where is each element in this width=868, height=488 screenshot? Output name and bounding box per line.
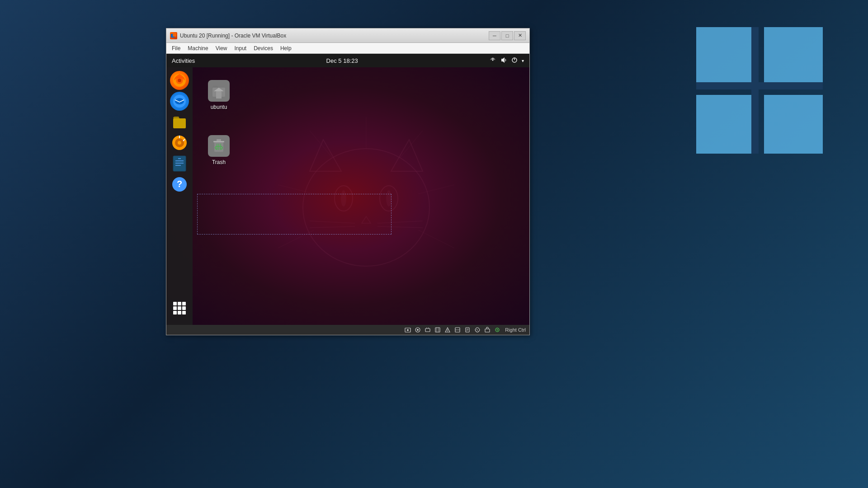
svg-point-60: [447, 331, 448, 332]
status-icon-7[interactable]: [463, 326, 472, 334]
svg-rect-52: [425, 328, 430, 332]
svg-marker-3: [501, 57, 505, 63]
svg-point-49: [407, 329, 409, 331]
svg-point-11: [341, 190, 346, 206]
grid-dot: [173, 311, 177, 314]
close-button[interactable]: ✕: [514, 31, 526, 40]
svg-line-14: [310, 221, 355, 223]
svg-line-17: [377, 226, 423, 228]
svg-rect-67: [485, 329, 490, 332]
win-pane-bl: [696, 95, 755, 154]
dock-rhythmbox[interactable]: [170, 133, 189, 152]
win-pane-br: [764, 95, 823, 154]
menu-input[interactable]: Input: [231, 44, 250, 52]
svg-point-12: [386, 190, 392, 206]
volume-icon[interactable]: [500, 56, 507, 65]
grid-dot: [178, 302, 181, 305]
ubuntu-vm-content: Activities Dec 5 18:23: [166, 54, 529, 335]
dropdown-icon[interactable]: ▾: [522, 58, 524, 63]
titlebar: Ubuntu 20 [Running] - Oracle VM VirtualB…: [166, 28, 529, 43]
win-gap-h: [696, 82, 823, 89]
topbar-right-icons: ▾: [489, 56, 524, 65]
grid-dot: [182, 311, 186, 314]
svg-line-23: [278, 185, 314, 194]
svg-line-20: [418, 185, 454, 194]
ubuntu-statusbar: Right Ctrl: [166, 325, 529, 335]
svg-text:?: ?: [177, 179, 182, 189]
ubuntu-clock: Dec 5 18:23: [326, 57, 358, 64]
right-ctrl-label: Right Ctrl: [505, 327, 526, 333]
win-pane-tr: [764, 27, 823, 86]
show-all-apps-button[interactable]: [170, 299, 189, 318]
win-gap-v: [751, 27, 759, 154]
power-icon[interactable]: [511, 56, 518, 65]
titlebar-text: Ubuntu 20 [Running] - Oracle VM VirtualB…: [180, 33, 489, 39]
svg-rect-46: [213, 141, 224, 142]
trash-icon-bg: [208, 135, 230, 157]
maximize-button[interactable]: □: [501, 31, 513, 40]
svg-point-27: [178, 79, 181, 82]
svg-rect-55: [435, 328, 440, 332]
virtualbox-window: Ubuntu 20 [Running] - Oracle VM VirtualB…: [166, 28, 530, 335]
svg-rect-30: [173, 118, 186, 128]
status-icon-5[interactable]: [443, 326, 452, 334]
status-icon-8[interactable]: [473, 326, 481, 334]
svg-line-19: [400, 131, 423, 158]
svg-line-22: [310, 131, 332, 158]
grid-dot: [173, 306, 177, 310]
home-folder-icon: [208, 80, 230, 102]
svg-line-24: [278, 230, 314, 248]
svg-point-33: [178, 141, 181, 145]
status-icon-10[interactable]: [493, 326, 501, 334]
cat-wallpaper: [264, 94, 468, 298]
svg-point-69: [497, 329, 498, 331]
virtualbox-icon: [170, 32, 177, 39]
svg-point-51: [417, 329, 419, 331]
dock-writer[interactable]: [170, 154, 189, 173]
svg-line-16: [377, 221, 423, 223]
grid-dot: [182, 302, 186, 305]
svg-line-21: [418, 230, 454, 248]
svg-line-15: [310, 226, 355, 228]
status-icon-6[interactable]: [453, 326, 462, 334]
grid-dot: [178, 311, 181, 314]
svg-rect-1: [173, 33, 176, 37]
status-icon-4[interactable]: [434, 326, 442, 334]
menu-machine[interactable]: Machine: [184, 44, 212, 52]
windows-logo: [696, 27, 823, 154]
svg-point-2: [492, 59, 494, 61]
activities-button[interactable]: Activities: [172, 57, 195, 64]
status-icon-9[interactable]: [483, 326, 491, 334]
ubuntu-dock: ?: [166, 67, 193, 325]
menu-view[interactable]: View: [212, 44, 231, 52]
desktop-icon-trash[interactable]: Trash: [201, 135, 237, 166]
status-icon-3[interactable]: [424, 326, 432, 334]
grid-dot: [178, 306, 181, 310]
menu-devices[interactable]: Devices: [250, 44, 277, 52]
dock-thunderbird[interactable]: [170, 92, 189, 111]
menu-file[interactable]: File: [168, 44, 184, 52]
apps-grid-icon: [173, 302, 186, 314]
dock-files[interactable]: [170, 113, 189, 131]
grid-dot: [182, 306, 186, 310]
svg-marker-13: [362, 216, 371, 223]
desktop-icon-home[interactable]: ubuntu: [201, 80, 237, 111]
grid-dot: [173, 302, 177, 305]
dock-firefox[interactable]: [170, 71, 189, 90]
win-pane-tl: [696, 27, 755, 86]
titlebar-buttons: ─ □ ✕: [489, 31, 526, 40]
ubuntu-desktop[interactable]: ?: [166, 67, 529, 325]
status-icon-1[interactable]: [404, 326, 412, 334]
svg-point-6: [303, 149, 429, 266]
dock-help[interactable]: ?: [170, 175, 189, 194]
menubar: File Machine View Input Devices Help: [166, 43, 529, 54]
svg-rect-47: [217, 139, 221, 141]
home-icon-label: ubuntu: [209, 103, 229, 111]
trash-icon-label: Trash: [210, 159, 227, 166]
status-icon-2[interactable]: [414, 326, 422, 334]
ubuntu-topbar: Activities Dec 5 18:23: [166, 54, 529, 67]
minimize-button[interactable]: ─: [489, 31, 500, 40]
menu-help[interactable]: Help: [277, 44, 295, 52]
network-icon[interactable]: [489, 56, 496, 65]
svg-point-29: [175, 98, 184, 104]
